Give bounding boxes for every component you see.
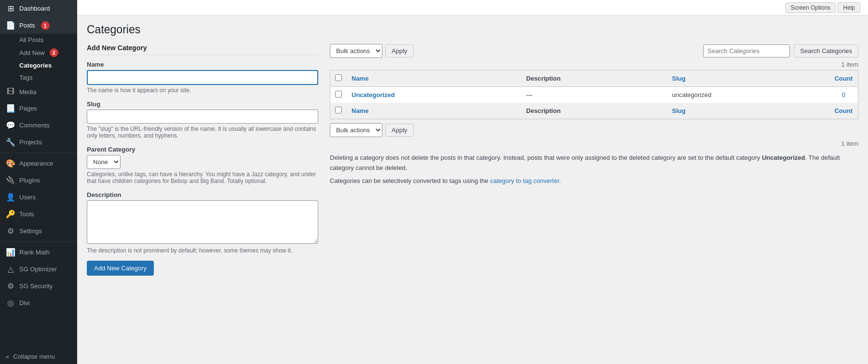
sidebar: ⊞ Dashboard 📄 Posts 1 All Posts Add New … (0, 0, 77, 364)
info-box: Deleting a category does not delete the … (330, 153, 858, 186)
tools-icon: 🔑 (6, 210, 15, 219)
footer-count-col[interactable]: Count (829, 103, 858, 119)
bottom-apply-button[interactable]: Apply (385, 124, 414, 137)
add-new-badge: 2 (50, 48, 58, 57)
bottom-toolbar: Bulk actions Apply (330, 123, 858, 137)
table-footer-row: Name Description Slug Count (330, 103, 858, 119)
appearance-icon: 🎨 (6, 159, 15, 168)
name-group: Name The name is how it appears on your … (87, 61, 318, 94)
info-line-2: Categories can be selectively converted … (330, 176, 858, 186)
top-bulk-actions-select[interactable]: Bulk actions (330, 44, 382, 58)
sidebar-item-dashboard[interactable]: ⊞ Dashboard (0, 0, 77, 17)
table-row: Uncategorized — uncategorized 0 (330, 87, 858, 103)
sidebar-sub-item-tags[interactable]: Tags (0, 71, 77, 84)
sidebar-separator-2 (0, 241, 77, 242)
sidebar-item-comments[interactable]: 💬 Comments (0, 117, 77, 134)
sidebar-item-rank-math[interactable]: 📊 Rank Math (0, 244, 77, 261)
add-new-category-panel: Add New Category Name The name is how it… (87, 44, 318, 276)
comments-icon: 💬 (6, 121, 15, 130)
sidebar-item-posts[interactable]: 📄 Posts 1 (0, 17, 77, 34)
row-count-link[interactable]: 0 (842, 91, 845, 98)
sidebar-item-projects[interactable]: 🔧 Projects (0, 134, 77, 151)
top-toolbar: Bulk actions Apply Search Categories (330, 44, 858, 58)
slug-hint: The "slug" is the URL-friendly version o… (87, 126, 318, 139)
row-checkbox[interactable] (335, 91, 342, 98)
page-content: Categories Add New Category Name The nam… (77, 15, 868, 364)
select-all-checkbox[interactable] (335, 74, 342, 81)
sidebar-sub-item-add-new[interactable]: Add New 2 (0, 46, 77, 59)
parent-select[interactable]: None (87, 155, 121, 169)
sidebar-item-sg-security[interactable]: ⚙ SG Security (0, 278, 77, 294)
settings-icon: ⚙ (6, 226, 15, 236)
collapse-icon: « (6, 353, 9, 360)
top-toolbar-left: Bulk actions Apply (330, 44, 414, 58)
name-input[interactable] (87, 70, 318, 85)
sidebar-sub-item-all-posts[interactable]: All Posts (0, 34, 77, 46)
search-categories-button[interactable]: Search Categories (794, 44, 858, 57)
row-name-cell: Uncategorized (347, 87, 521, 103)
footer-slug-col[interactable]: Slug (667, 103, 829, 119)
sg-security-icon: ⚙ (6, 281, 15, 291)
pages-icon: 📃 (6, 104, 15, 113)
slug-label: Slug (87, 100, 318, 108)
footer-select-all-checkbox[interactable] (335, 107, 342, 113)
categories-table: Name Description Slug Count Unca (330, 70, 858, 119)
sidebar-item-sg-optimizer[interactable]: △ SG Optimizer (0, 261, 77, 278)
row-count-cell: 0 (829, 87, 858, 103)
category-name-link[interactable]: Uncategorized (352, 91, 395, 98)
bottom-bulk-actions-select[interactable]: Bulk actions (330, 123, 382, 137)
screen-options-button[interactable]: Screen Options (786, 2, 836, 13)
parent-hint: Categories, unlike tags, can have a hier… (87, 171, 318, 184)
sidebar-item-settings[interactable]: ⚙ Settings (0, 223, 77, 239)
parent-category-group: Parent Category None Categories, unlike … (87, 146, 318, 184)
help-button[interactable]: Help (838, 2, 860, 13)
slug-group: Slug The "slug" is the URL-friendly vers… (87, 100, 318, 139)
description-textarea[interactable] (87, 200, 318, 244)
header-name-col[interactable]: Name (347, 70, 521, 87)
projects-icon: 🔧 (6, 138, 15, 147)
name-label: Name (87, 61, 318, 68)
row-checkbox-cell (330, 87, 347, 103)
table-body: Uncategorized — uncategorized 0 (330, 87, 858, 103)
table-header-row: Name Description Slug Count (330, 70, 858, 87)
page-title: Categories (87, 23, 858, 36)
posts-badge: 1 (41, 21, 50, 30)
bottom-toolbar-left: Bulk actions Apply (330, 123, 414, 137)
footer-checkbox-col (330, 103, 347, 119)
sidebar-item-pages[interactable]: 📃 Pages (0, 100, 77, 117)
row-slug-cell: uncategorized (667, 87, 829, 103)
sidebar-item-tools[interactable]: 🔑 Tools (0, 206, 77, 223)
info-line-1: Deleting a category does not delete the … (330, 153, 858, 173)
header-slug-col[interactable]: Slug (667, 70, 829, 87)
sidebar-separator-1 (0, 153, 77, 153)
collapse-menu-button[interactable]: « Collapse menu (0, 349, 77, 364)
sidebar-item-divi[interactable]: ◎ Divi (0, 294, 77, 311)
sidebar-item-media[interactable]: 🎞 Media (0, 84, 77, 100)
divi-icon: ◎ (6, 298, 15, 308)
sidebar-item-appearance[interactable]: 🎨 Appearance (0, 155, 77, 172)
add-new-category-button[interactable]: Add New Category (87, 261, 154, 276)
sidebar-bottom: « Collapse menu (0, 349, 77, 364)
category-to-tag-converter-link[interactable]: category to tag converter (490, 177, 559, 184)
main-content: Screen Options Help Categories Add New C… (77, 0, 868, 364)
topbar: Screen Options Help (77, 0, 868, 15)
categories-table-panel: Bulk actions Apply Search Categories 1 i… (330, 44, 858, 186)
footer-name-col[interactable]: Name (347, 103, 521, 119)
content-layout: Add New Category Name The name is how it… (87, 44, 858, 276)
users-icon: 👤 (6, 193, 15, 202)
top-toolbar-right: Search Categories (703, 44, 858, 57)
bottom-toolbar-wrapper: Bulk actions Apply 1 item (330, 123, 858, 147)
top-apply-button[interactable]: Apply (385, 44, 414, 57)
media-icon: 🎞 (6, 87, 15, 96)
sidebar-item-users[interactable]: 👤 Users (0, 189, 77, 206)
header-count-col[interactable]: Count (829, 70, 858, 87)
search-categories-input[interactable] (703, 44, 790, 57)
description-hint: The description is not prominent by defa… (87, 247, 318, 254)
slug-input[interactable] (87, 110, 318, 124)
description-group: Description The description is not promi… (87, 191, 318, 254)
posts-icon: 📄 (6, 21, 15, 30)
header-description-col: Description (521, 70, 667, 87)
sidebar-item-plugins[interactable]: 🔌 Plugins (0, 172, 77, 189)
footer-description-col: Description (521, 103, 667, 119)
sidebar-sub-item-categories[interactable]: Categories (0, 59, 77, 71)
